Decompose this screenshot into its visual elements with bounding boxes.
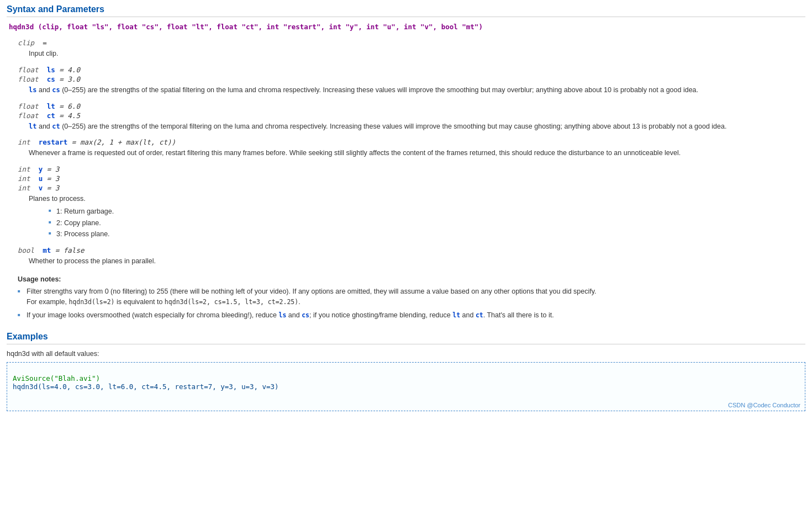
param-ls-type: float [18, 66, 39, 74]
param-v-type: int [18, 184, 30, 192]
cs-code: cs [52, 86, 60, 94]
ls-code: ls [29, 86, 36, 94]
syntax-section-title: Syntax and Parameters [7, 4, 805, 17]
param-cs-type: float [18, 75, 39, 83]
param-ls-cs: float ls = 4.0 float cs = 3.0 ls and cs … [7, 66, 805, 95]
param-u-type: int [18, 174, 30, 183]
watermark: CSDN @Codec Conductor [728, 402, 800, 408]
param-clip-desc: Input clip. [18, 49, 805, 59]
usage-notes-list: Filter strengths vary from 0 (no filteri… [18, 286, 805, 321]
code-block: AviSource("Blah.avi") hqdn3d(ls=4.0, cs=… [7, 362, 805, 411]
param-cs-name: cs [47, 75, 55, 83]
param-cs-default: = 3.0 [59, 75, 80, 83]
usage-note-2-ls: ls [278, 311, 286, 319]
usage-note-1-code1: hqdn3d(ls=2) [68, 298, 114, 306]
planes-item-3: 3: Process plane. [49, 229, 805, 240]
lt-code: lt [29, 123, 36, 130]
examples-section: Examples hqdn3d with all default values:… [7, 332, 805, 411]
param-restart-type: int [18, 138, 30, 146]
param-lt-ct-desc: lt and ct (0–255) are the strengths of t… [18, 121, 805, 132]
param-cs-line: float cs = 3.0 [18, 75, 805, 83]
param-ls-default: = 4.0 [59, 66, 80, 74]
param-restart-name: restart [39, 138, 68, 146]
param-y-line: int y = 3 [18, 165, 805, 173]
usage-note-2-lt: lt [452, 311, 460, 319]
param-y-u-v-desc: Planes to process. 1: Return garbage. 2:… [18, 194, 805, 240]
param-ct-type: float [18, 111, 39, 120]
param-y-default: = 3 [47, 165, 60, 173]
param-restart: int restart = max(2, 1 + max(lt, ct)) Wh… [7, 138, 805, 158]
examples-section-title: Examples [7, 332, 805, 344]
param-lt-default: = 6.0 [59, 102, 80, 110]
param-u-name: u [39, 174, 43, 183]
code-line-1: AviSource("Blah.avi") [13, 374, 100, 382]
param-lt-name: lt [47, 102, 55, 110]
planes-list: 1: Return garbage. 2: Copy plane. 3: Pro… [29, 206, 805, 240]
ct-code: ct [52, 123, 60, 130]
usage-note-2-ct: ct [476, 311, 483, 319]
param-ct-default: = 4.5 [59, 111, 80, 120]
param-ct-line: float ct = 4.5 [18, 111, 805, 120]
usage-note-1-code2: hqdn3d(ls=2, cs=1.5, lt=3, ct=2.25) [165, 298, 298, 306]
usage-note-2: If your image looks oversmoothed (watch … [18, 310, 805, 321]
param-y-u-v: int y = 3 int u = 3 int v = 3 Planes to … [7, 165, 805, 240]
param-lt-line: float lt = 6.0 [18, 102, 805, 110]
param-mt-name: mt [43, 246, 51, 254]
param-v-line: int v = 3 [18, 184, 805, 192]
param-v-default: = 3 [47, 184, 60, 192]
param-v-name: v [39, 184, 43, 192]
function-signature: hqdn3d (clip, float "ls", float "cs", fl… [7, 23, 805, 31]
param-ls-name: ls [47, 66, 55, 74]
planes-item-1: 1: Return garbage. [49, 206, 805, 217]
param-restart-default: = max(2, 1 + max(lt, ct)) [72, 138, 176, 146]
usage-note-2-cs: cs [302, 311, 309, 319]
param-ct-name: ct [47, 111, 55, 120]
param-y-type: int [18, 165, 30, 173]
param-mt-desc: Whether to process the planes in paralle… [18, 256, 805, 267]
usage-note-1: Filter strengths vary from 0 (no filteri… [18, 286, 805, 307]
param-u-line: int u = 3 [18, 174, 805, 183]
param-mt-type: bool [18, 246, 34, 254]
param-y-name: y [39, 165, 43, 173]
param-restart-line: int restart = max(2, 1 + max(lt, ct)) [18, 138, 805, 146]
examples-desc: hqdn3d with all default values: [7, 350, 805, 358]
param-mt: bool mt = false Whether to process the p… [7, 246, 805, 267]
param-lt-type: float [18, 102, 39, 110]
usage-notes-section: Usage notes: Filter strengths vary from … [7, 275, 805, 321]
usage-notes-title: Usage notes: [18, 275, 805, 283]
param-clip: clip = Input clip. [7, 39, 805, 59]
param-u-default: = 3 [47, 174, 60, 183]
param-clip-type: clip [18, 39, 34, 47]
param-clip-line: clip = [18, 39, 805, 47]
param-lt-ct: float lt = 6.0 float ct = 4.5 lt and ct … [7, 102, 805, 132]
param-mt-default: = false [55, 246, 85, 254]
param-ls-cs-desc: ls and cs (0–255) are the strengths of t… [18, 85, 805, 95]
param-ls-line: float ls = 4.0 [18, 66, 805, 74]
param-mt-line: bool mt = false [18, 246, 805, 254]
planes-item-2: 2: Copy plane. [49, 218, 805, 228]
param-restart-desc: Whenever a frame is requested out of ord… [18, 148, 805, 158]
code-line-2: hqdn3d(ls=4.0, cs=3.0, lt=6.0, ct=4.5, r… [13, 382, 279, 391]
